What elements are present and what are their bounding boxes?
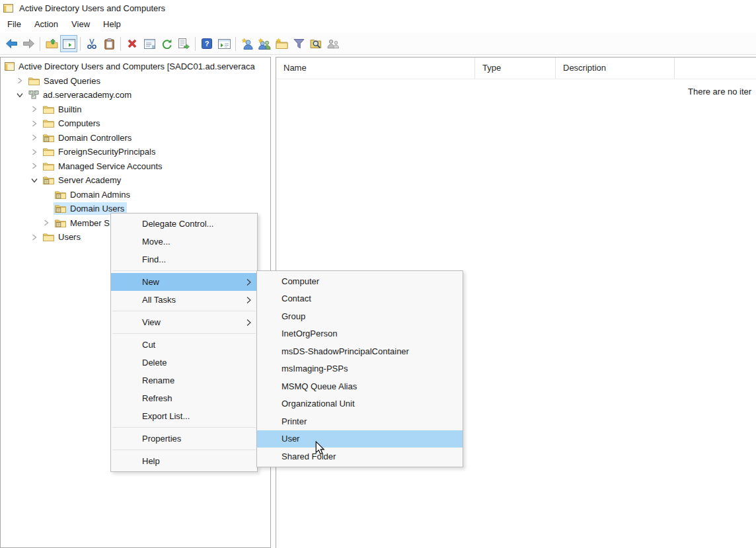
new-group-button[interactable] xyxy=(256,35,273,52)
tree-item-label: Domain Users xyxy=(70,204,124,214)
menu-item-label: InetOrgPerson xyxy=(282,329,338,338)
up-one-level-button[interactable] xyxy=(43,35,60,52)
new-user-button[interactable] xyxy=(239,35,256,52)
submenu-item-computer[interactable]: Computer xyxy=(257,272,463,290)
new-submenu: Computer Contact Group InetOrgPerson msD… xyxy=(256,270,463,467)
tree-item-domain-controllers[interactable]: Domain Controllers xyxy=(1,131,270,145)
menu-item-label: All Tasks xyxy=(142,295,176,305)
tree-item-label: Domain Controllers xyxy=(58,133,132,143)
console-window-icon xyxy=(3,4,13,13)
chevron-right-icon[interactable] xyxy=(39,219,54,226)
help-button[interactable]: ? xyxy=(198,35,215,52)
new-ou-button[interactable] xyxy=(273,35,290,52)
chevron-right-icon[interactable] xyxy=(27,120,42,127)
menu-separator xyxy=(112,450,256,450)
filter-button[interactable] xyxy=(290,35,307,52)
submenu-item-inetorgperson[interactable]: InetOrgPerson xyxy=(257,325,463,343)
filter-icon xyxy=(293,38,305,49)
context-menu-item-find[interactable]: Find... xyxy=(111,251,257,268)
menu-bar: FileActionViewHelp xyxy=(0,16,756,33)
cut-button[interactable] xyxy=(83,35,100,52)
submenu-item-group[interactable]: Group xyxy=(257,307,463,325)
menu-item-label: New xyxy=(142,277,159,287)
menu-item-label: Shared Folder xyxy=(282,451,336,461)
context-menu-item-delegate-control[interactable]: Delegate Control... xyxy=(111,215,257,233)
help-icon: ? xyxy=(202,38,212,49)
properties-button[interactable] xyxy=(141,35,158,52)
submenu-item-msmq-queue-alias[interactable]: MSMQ Queue Alias xyxy=(257,377,463,395)
tree-item-label: ad.serveracademy.com xyxy=(43,90,132,100)
menu-view[interactable]: View xyxy=(65,17,96,32)
context-menu-item-rename[interactable]: Rename xyxy=(111,372,257,389)
menu-separator xyxy=(112,270,256,271)
context-menu-item-help[interactable]: Help xyxy=(111,452,257,470)
refresh-button[interactable] xyxy=(158,35,175,52)
tree-item-domain-admins[interactable]: Domain Admins xyxy=(1,188,270,202)
menu-separator xyxy=(112,333,256,334)
tree-item-managed-service-accounts[interactable]: Managed Service Accounts xyxy=(1,159,270,174)
column-header-description[interactable]: Description xyxy=(556,58,675,79)
chevron-right-icon[interactable] xyxy=(27,134,42,141)
menu-item-label: Help xyxy=(142,456,160,466)
submenu-item-printer[interactable]: Printer xyxy=(257,412,463,430)
context-menu-item-refresh[interactable]: Refresh xyxy=(111,389,257,407)
tree-item-saved-queries[interactable]: Saved Queries xyxy=(1,74,270,89)
back-button[interactable] xyxy=(3,35,20,52)
tree-item-builtin[interactable]: Builtin xyxy=(1,102,270,117)
context-menu-item-view[interactable]: View xyxy=(111,313,257,331)
forward-button[interactable] xyxy=(20,35,37,52)
domain-icon xyxy=(28,91,39,99)
folder-icon xyxy=(43,147,54,156)
chevron-right-icon[interactable] xyxy=(27,163,42,169)
submenu-item-msimaging-psps[interactable]: msImaging-PSPs xyxy=(257,360,463,378)
chevron-right-icon[interactable] xyxy=(27,234,42,241)
tree-item-ad-serveracademy-com[interactable]: ad.serveracademy.com xyxy=(1,88,270,102)
submenu-item-user[interactable]: User xyxy=(257,430,463,448)
tree-item-label: Users xyxy=(58,232,81,242)
find-button[interactable] xyxy=(307,35,324,52)
show-console-tree-button[interactable] xyxy=(60,35,77,52)
tree-item-label: Computers xyxy=(58,118,100,128)
paste-button[interactable] xyxy=(100,35,118,52)
ou-folder-icon xyxy=(43,176,54,184)
tree-item-active-directory-users-and-computers-sadc01-ad-serveraca[interactable]: Active Directory Users and Computers [SA… xyxy=(1,59,270,74)
new-user-icon xyxy=(241,38,253,50)
context-menu-item-delete[interactable]: Delete xyxy=(111,354,257,372)
submenu-item-organizational-unit[interactable]: Organizational Unit xyxy=(257,395,463,413)
column-header-type[interactable]: Type xyxy=(475,58,556,79)
title-bar: Active Directory Users and Computers xyxy=(0,0,756,16)
context-menu-item-new[interactable]: New xyxy=(111,273,257,291)
menu-item-label: Group xyxy=(282,311,305,321)
menu-help[interactable]: Help xyxy=(96,17,128,32)
chevron-right-icon[interactable] xyxy=(27,149,42,155)
menu-item-label: Refresh xyxy=(142,393,172,403)
delete-button[interactable] xyxy=(124,35,141,52)
tree-item-server-academy[interactable]: Server Academy xyxy=(1,173,270,188)
new-ou-icon xyxy=(276,38,288,49)
tree-item-foreignsecurityprincipals[interactable]: ForeignSecurityPrincipals xyxy=(1,145,270,159)
submenu-item-contact[interactable]: Contact xyxy=(257,290,463,308)
menu-file[interactable]: File xyxy=(1,17,28,32)
menu-item-label: Contact xyxy=(282,294,311,303)
chevron-right-icon[interactable] xyxy=(13,77,27,84)
export-list-button[interactable] xyxy=(175,35,192,52)
context-menu-item-move[interactable]: Move... xyxy=(111,233,257,251)
ou-folder-icon xyxy=(43,134,54,142)
delegate-button[interactable] xyxy=(324,35,342,52)
chevron-down-icon[interactable] xyxy=(13,93,27,98)
window-title: Active Directory Users and Computers xyxy=(19,3,165,13)
submenu-item-shared-folder[interactable]: Shared Folder xyxy=(257,448,463,465)
submenu-item-msds-shadowprincipalcontainer[interactable]: msDS-ShadowPrincipalContainer xyxy=(257,342,463,360)
column-header-name[interactable]: Name xyxy=(276,58,475,79)
chevron-right-icon[interactable] xyxy=(27,106,42,112)
context-menu-item-all-tasks[interactable]: All Tasks xyxy=(111,291,257,309)
submenu-arrow-icon xyxy=(246,278,251,286)
menu-action[interactable]: Action xyxy=(28,17,65,32)
tree-item-computers[interactable]: Computers xyxy=(1,116,270,131)
chevron-down-icon[interactable] xyxy=(27,178,42,183)
context-menu-item-export-list[interactable]: Export List... xyxy=(111,407,257,425)
new-window-button[interactable] xyxy=(215,35,233,52)
context-menu-item-properties[interactable]: Properties xyxy=(111,430,257,448)
context-menu-item-cut[interactable]: Cut xyxy=(111,336,257,354)
folder-icon xyxy=(43,105,54,114)
